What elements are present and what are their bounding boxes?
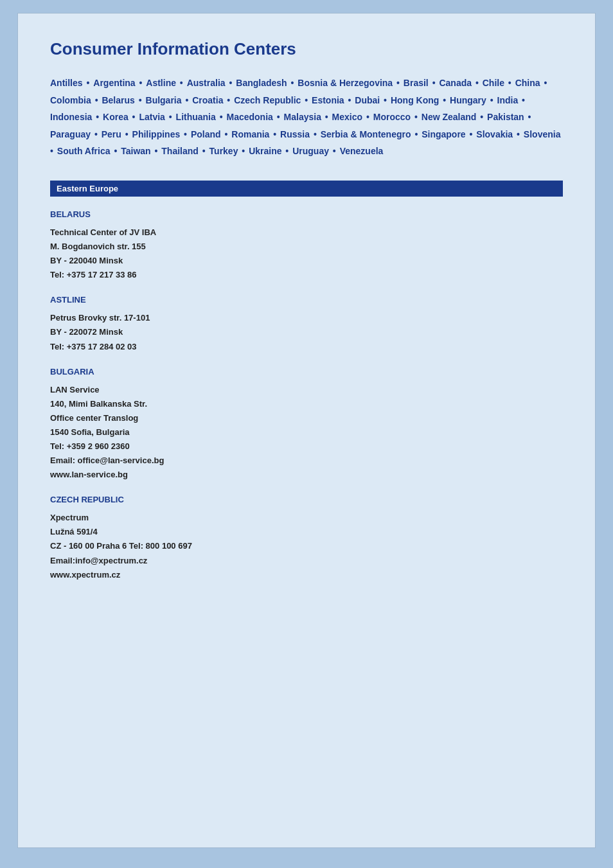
country-link[interactable]: Ukraine	[249, 146, 281, 156]
country-link[interactable]: Czech Republic	[234, 95, 301, 105]
bullet-separator: •	[50, 146, 56, 156]
country-link[interactable]: Uruguay	[292, 146, 329, 156]
country-name[interactable]: BULGARIA	[50, 367, 563, 376]
bullet-separator: •	[346, 95, 354, 105]
address-line: CZ - 160 00 Praha 6 Tel: 800 100 697	[50, 539, 563, 553]
bullet-separator: •	[222, 129, 231, 139]
country-link[interactable]: India	[497, 95, 519, 105]
address-line: BY - 220072 Minsk	[50, 325, 563, 339]
country-link[interactable]: Bosnia & Herzegovina	[298, 78, 393, 88]
bullet-separator: •	[177, 78, 186, 88]
country-link[interactable]: Dubai	[355, 95, 380, 105]
address-block: Technical Center of JV IBAM. Bogdanovich…	[50, 226, 563, 282]
country-link[interactable]: Philippines	[132, 129, 181, 139]
country-link[interactable]: Brasil	[404, 78, 429, 88]
bullet-separator: •	[271, 129, 279, 139]
bullet-separator: •	[92, 129, 100, 139]
address-line: 140, Mimi Balkanska Str.	[50, 397, 563, 411]
bullet-separator: •	[473, 78, 481, 88]
country-name[interactable]: CZECH REPUBLIC	[50, 495, 563, 504]
bullet-separator: •	[364, 112, 372, 122]
bullet-separator: •	[323, 112, 331, 122]
bullet-separator: •	[93, 112, 102, 122]
country-link[interactable]: Thailand	[161, 146, 199, 156]
bullet-separator: •	[181, 129, 190, 139]
bullet-separator: •	[200, 146, 208, 156]
country-link[interactable]: Peru	[102, 129, 121, 139]
country-link[interactable]: China	[515, 78, 540, 88]
country-link[interactable]: Estonia	[312, 95, 344, 105]
bullet-separator: •	[488, 95, 496, 105]
address-line: www.xpectrum.cz	[50, 568, 563, 582]
country-link[interactable]: Singapore	[422, 129, 465, 139]
bullet-separator: •	[227, 78, 235, 88]
country-link[interactable]: Canada	[439, 78, 472, 88]
section-header: Eastern Europe	[50, 181, 563, 197]
bullet-separator: •	[526, 112, 531, 122]
bullet-separator: •	[183, 95, 191, 105]
country-link[interactable]: Antilles	[50, 78, 83, 88]
country-name[interactable]: ASTLINE	[50, 295, 563, 305]
country-link[interactable]: Venezuela	[340, 146, 384, 156]
country-link[interactable]: Latvia	[139, 112, 164, 122]
bullet-separator: •	[519, 95, 525, 105]
country-link[interactable]: Turkey	[209, 146, 238, 156]
country-link[interactable]: Chile	[483, 78, 504, 88]
address-line: Technical Center of JV IBA	[50, 226, 563, 240]
country-link[interactable]: Argentina	[93, 78, 135, 88]
country-name[interactable]: BELARUS	[50, 209, 563, 219]
bullet-separator: •	[289, 78, 297, 88]
country-link[interactable]: Taiwan	[121, 146, 150, 156]
country-link[interactable]: New Zealand	[422, 112, 477, 122]
country-link[interactable]: Poland	[191, 129, 221, 139]
page-container: Consumer Information Centers Antilles • …	[17, 13, 596, 848]
country-link[interactable]: Hungary	[450, 95, 486, 105]
bullet-separator: •	[514, 129, 522, 139]
bullet-separator: •	[112, 146, 120, 156]
address-line: Tel: +375 17 284 02 03	[50, 340, 563, 354]
bullet-separator: •	[413, 129, 421, 139]
country-link[interactable]: Serbia & Montenegro	[321, 129, 411, 139]
address-block: Petrus Brovky str. 17-101BY - 220072 Min…	[50, 311, 563, 353]
country-link[interactable]: Belarus	[102, 95, 134, 105]
bullet-separator: •	[224, 95, 233, 105]
bullet-separator: •	[166, 112, 175, 122]
bullet-separator: •	[467, 129, 475, 139]
country-link[interactable]: Pakistan	[487, 112, 524, 122]
country-link[interactable]: Lithuania	[176, 112, 216, 122]
country-link[interactable]: Croatia	[192, 95, 223, 105]
country-link[interactable]: Malaysia	[284, 112, 321, 122]
sections-container: Eastern EuropeBELARUSTechnical Center of…	[50, 181, 563, 582]
bullet-separator: •	[123, 129, 131, 139]
country-links-section: Antilles • Argentina • Astline • Austral…	[50, 75, 563, 160]
country-link[interactable]: Bulgaria	[146, 95, 182, 105]
address-line: Lužná 591/4	[50, 525, 563, 539]
country-link[interactable]: Colombia	[50, 95, 91, 105]
country-link[interactable]: Australia	[187, 78, 226, 88]
country-link[interactable]: Bangladesh	[236, 78, 287, 88]
address-line: Email: office@lan-service.bg	[50, 454, 563, 468]
country-link[interactable]: South Africa	[57, 146, 111, 156]
country-link[interactable]: Astline	[146, 78, 176, 88]
address-line: Petrus Brovky str. 17-101	[50, 311, 563, 325]
country-link[interactable]: Macedonia	[227, 112, 273, 122]
bullet-separator: •	[130, 112, 138, 122]
bullet-separator: •	[239, 146, 247, 156]
bullet-separator: •	[430, 78, 438, 88]
country-link[interactable]: Slovenia	[524, 129, 561, 139]
country-link[interactable]: Hong Kong	[391, 95, 439, 105]
country-link[interactable]: Morocco	[373, 112, 411, 122]
country-link[interactable]: Mexico	[332, 112, 362, 122]
country-link[interactable]: Paraguay	[50, 129, 91, 139]
bullet-separator: •	[93, 95, 101, 105]
bullet-separator: •	[506, 78, 514, 88]
bullet-separator: •	[477, 112, 486, 122]
bullet-separator: •	[440, 95, 449, 105]
address-line: LAN Service	[50, 383, 563, 397]
country-link[interactable]: Romania	[231, 129, 269, 139]
country-link[interactable]: Indonesia	[50, 112, 92, 122]
country-link[interactable]: Korea	[103, 112, 129, 122]
country-link[interactable]: Russia	[280, 129, 310, 139]
country-link[interactable]: Slovakia	[476, 129, 513, 139]
bullet-separator: •	[542, 78, 547, 88]
